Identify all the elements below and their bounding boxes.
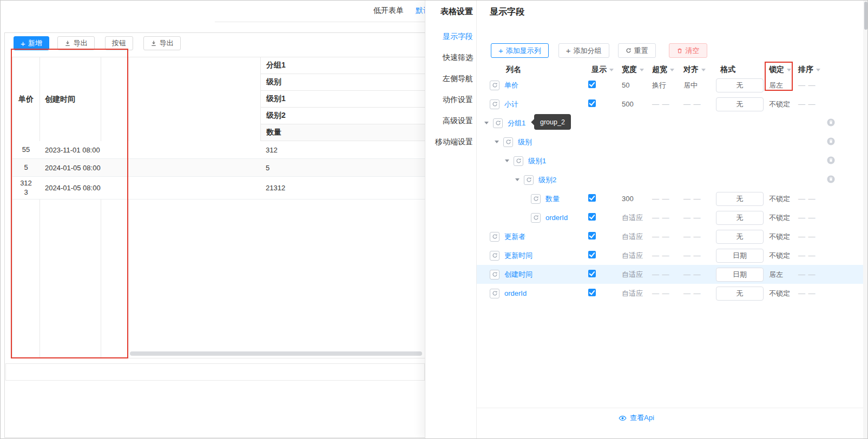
eye-icon	[619, 414, 627, 422]
export-button-2[interactable]: 导出	[143, 36, 181, 50]
sidebar-item-quick-filter[interactable]: 快速筛选	[425, 47, 476, 68]
lock-cell: 不锁定	[769, 289, 798, 298]
fields-header-align[interactable]: 对齐	[683, 65, 716, 75]
format-select[interactable]: 无	[716, 287, 764, 301]
align-cell: — —	[683, 251, 716, 260]
field-name-link[interactable]: 数量	[545, 194, 560, 204]
action-label: 清空	[686, 46, 700, 56]
refresh-icon[interactable]	[524, 175, 534, 185]
sort-caret-icon[interactable]	[609, 69, 614, 71]
field-name-link[interactable]: 级别1	[528, 156, 546, 166]
checkbox-checked[interactable]	[588, 270, 596, 277]
field-name-link[interactable]: 小计	[504, 99, 518, 109]
checkbox-checked[interactable]	[588, 213, 596, 221]
width-cell: 500	[622, 100, 652, 108]
sort-caret-icon[interactable]	[670, 69, 674, 71]
refresh-icon[interactable]	[490, 232, 499, 242]
view-api-label: 查看Api	[630, 413, 654, 423]
refresh-icon[interactable]	[503, 137, 513, 147]
lock-cell: 不锁定	[769, 194, 798, 204]
expand-caret-icon[interactable]	[495, 141, 499, 143]
fields-header-over[interactable]: 超宽	[652, 65, 683, 75]
sidebar-item-advanced-settings[interactable]: 高级设置	[425, 110, 476, 131]
refresh-icon[interactable]	[493, 118, 503, 128]
sort-caret-icon[interactable]	[787, 69, 791, 71]
field-name-link[interactable]: 级别	[518, 137, 532, 147]
refresh-icon[interactable]	[490, 270, 499, 280]
field-name-link[interactable]: orderId	[545, 214, 568, 222]
fields-header-show[interactable]: 显示	[588, 65, 622, 75]
field-name-link[interactable]: orderId	[504, 289, 527, 297]
add-group-button[interactable]: +添加分组	[558, 43, 609, 58]
field-row: 级别	[477, 132, 868, 151]
sidebar-item-action-settings[interactable]: 动作设置	[425, 89, 476, 110]
fields-header-lock[interactable]: 锁定	[769, 65, 798, 75]
field-name-link[interactable]: 创建时间	[504, 270, 532, 280]
reset-button[interactable]: 重置	[618, 43, 656, 58]
view-api-link[interactable]: 查看Api	[619, 413, 654, 423]
tab-low-open-form[interactable]: 低开表单	[373, 6, 404, 16]
format-select[interactable]: 无	[716, 78, 764, 92]
checkbox-checked[interactable]	[588, 99, 596, 107]
vertical-scrollbar-thumb[interactable]	[864, 2, 867, 30]
column-header-unit-price: 单价	[12, 57, 40, 141]
sort-caret-icon[interactable]	[701, 69, 706, 71]
fields-header-name: 列名	[477, 65, 588, 75]
field-name-link[interactable]: 级别2	[538, 175, 556, 185]
expand-caret-icon[interactable]	[505, 159, 509, 162]
sort-caret-icon[interactable]	[816, 69, 820, 71]
checkbox-checked[interactable]	[588, 289, 596, 296]
width-cell: 50	[622, 81, 652, 89]
expand-caret-icon[interactable]	[515, 178, 520, 181]
cell-unit-price: 5	[12, 163, 40, 172]
horizontal-scrollbar-thumb[interactable]	[130, 351, 422, 356]
checkbox-checked[interactable]	[588, 81, 596, 88]
checkbox-checked[interactable]	[588, 251, 596, 258]
generic-button[interactable]: 按钮	[105, 36, 133, 50]
sidebar-item-left-nav[interactable]: 左侧导航	[425, 68, 476, 89]
overflow-cell: — —	[652, 214, 683, 222]
refresh-icon[interactable]	[531, 194, 541, 204]
sort-caret-icon[interactable]	[640, 69, 644, 71]
field-name-link[interactable]: 分组1	[508, 118, 525, 128]
fields-header-width[interactable]: 宽度	[622, 65, 652, 75]
refresh-icon[interactable]	[531, 213, 541, 223]
settings-sidebar: 表格设置 显示字段快速筛选左侧导航动作设置高级设置移动端设置	[425, 0, 477, 439]
field-name-link[interactable]: 单价	[504, 81, 518, 90]
delete-icon[interactable]	[827, 175, 835, 183]
refresh-icon[interactable]	[490, 81, 499, 90]
add-button[interactable]: +新增	[14, 36, 49, 50]
field-name-cell: orderId	[477, 289, 588, 298]
delete-icon[interactable]	[827, 137, 835, 145]
field-row: 小计500— —— —无不锁定— —	[477, 95, 868, 114]
delete-icon[interactable]	[827, 118, 835, 127]
export-button[interactable]: 导出	[57, 36, 95, 50]
format-select[interactable]: 无	[716, 211, 764, 225]
fields-header-sort[interactable]: 排序	[798, 65, 825, 75]
vertical-scrollbar[interactable]	[863, 0, 868, 439]
field-name-link[interactable]: 更新时间	[504, 251, 532, 261]
format-select[interactable]: 无	[716, 97, 764, 111]
refresh-icon[interactable]	[490, 99, 499, 109]
cell-quantity: 312	[260, 146, 425, 154]
align-cell: — —	[683, 270, 716, 278]
format-select[interactable]: 日期	[716, 249, 764, 263]
refresh-icon[interactable]	[490, 289, 499, 298]
expand-caret-icon[interactable]	[484, 122, 489, 124]
refresh-icon[interactable]	[514, 156, 523, 166]
format-select[interactable]: 无	[716, 192, 764, 206]
clear-button[interactable]: 清空	[669, 43, 707, 58]
settings-sidebar-menu: 显示字段快速筛选左侧导航动作设置高级设置移动端设置	[425, 26, 476, 152]
format-cell: 无	[716, 211, 769, 225]
sidebar-item-mobile-settings[interactable]: 移动端设置	[425, 131, 476, 152]
sidebar-item-display-fields[interactable]: 显示字段	[425, 26, 476, 47]
checkbox-checked[interactable]	[588, 232, 596, 240]
checkbox-checked[interactable]	[588, 194, 596, 202]
refresh-icon[interactable]	[490, 251, 499, 261]
format-select[interactable]: 日期	[716, 268, 764, 282]
delete-icon[interactable]	[827, 156, 835, 164]
field-name-link[interactable]: 更新者	[504, 232, 525, 242]
add-display-column-button[interactable]: +添加显示列	[491, 43, 549, 58]
show-cell	[588, 270, 622, 279]
format-select[interactable]: 无	[716, 230, 764, 244]
